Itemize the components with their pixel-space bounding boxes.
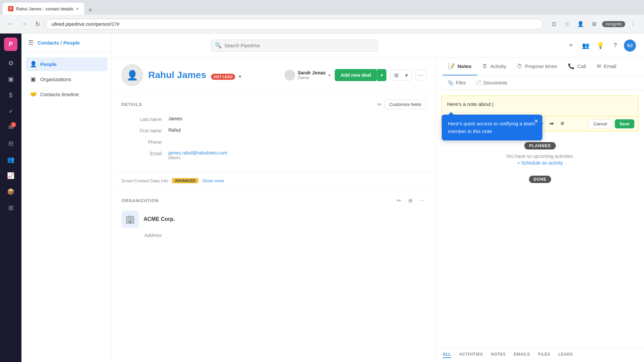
strip-icon-products[interactable]: 📦 [4, 185, 17, 198]
more-options-button[interactable]: ··· [416, 70, 426, 80]
people-top-icon[interactable]: 👥 [580, 40, 592, 52]
menu-button[interactable]: ⋮ [628, 19, 639, 29]
tab-documents[interactable]: 📄 Documents [471, 76, 512, 90]
smart-contact-label: Smart Contact Data Info [121, 178, 168, 183]
org-icon: 🏢 [121, 210, 139, 228]
email-value[interactable]: james.rahul@rahulneto.com [168, 150, 227, 156]
help-icon[interactable]: ? [609, 40, 621, 52]
strip-icon-mail[interactable]: ✉ 3 [4, 121, 17, 134]
no-activity-text: You have no upcoming activities. [443, 154, 637, 159]
edit-icon[interactable]: ✏ [377, 101, 382, 108]
refresh-button[interactable]: ↻ [32, 19, 43, 29]
cast-icon[interactable]: ⊡ [548, 19, 559, 29]
tab-call[interactable]: 📞 Call [562, 58, 591, 75]
back-button[interactable]: ← [5, 19, 16, 29]
user-avatar[interactable]: SJ [624, 40, 636, 52]
owner-avatar [284, 70, 295, 80]
profile-icon[interactable]: 👤 [575, 19, 586, 29]
org-item: 🏢 ACME Corp. [121, 210, 426, 228]
address-bar[interactable]: uifeed.pipedrive.com/person/17# [46, 19, 543, 29]
tab-close-button[interactable]: × [76, 6, 79, 11]
bottom-tab-all[interactable]: ALL [443, 352, 451, 358]
bottom-tab-files[interactable]: FILES [538, 352, 550, 358]
add-deal-dropdown-button[interactable]: ▾ [377, 69, 386, 81]
bottom-tab-leads[interactable]: LEADS [558, 352, 573, 358]
files-tab-icon: 📎 [447, 80, 454, 86]
details-panel: DETAILS ✏ Customize fields Last name Jam… [112, 93, 436, 172]
tab-propose-times[interactable]: ⏱ Propose times [512, 58, 562, 75]
strip-icon-reports[interactable]: 📈 [4, 169, 17, 182]
app-logo[interactable]: P [4, 38, 17, 51]
sidebar-item-people[interactable]: 👤 People [25, 57, 108, 71]
bottom-tab-activities[interactable]: ACTIVITIES [459, 352, 483, 358]
customize-fields-button[interactable]: Customize fields [384, 100, 426, 109]
owner-name: Sarah Jonas [298, 70, 326, 75]
strip-icon-apps[interactable]: ⊞ [4, 201, 17, 215]
tooltip-close-button[interactable]: ✕ [534, 118, 538, 124]
search-bar[interactable]: 🔍 [211, 40, 378, 52]
owner-dropdown-icon[interactable]: ▾ [328, 73, 331, 78]
view-toggle: ⊞ ▾ [390, 70, 412, 81]
bottom-tab-notes[interactable]: NOTES [491, 352, 506, 358]
org-edit-button[interactable]: ✏ [394, 196, 404, 205]
forward-button[interactable]: → [19, 19, 30, 29]
strip-icon-activity[interactable]: ✓ [4, 105, 17, 118]
contact-name-area: Rahul James HOT LEAD ▾ [148, 70, 279, 80]
owner-label: Owner [298, 75, 326, 80]
address-label: Address [121, 232, 168, 238]
clear-format-button[interactable]: ✕ [557, 119, 567, 128]
top-bar-icons: + 👥 💡 ? SJ [565, 40, 636, 52]
strip-icon-deals[interactable]: ▣ [4, 72, 17, 86]
bottom-tab-emails[interactable]: EMAILS [514, 352, 530, 358]
done-badge: DONE [529, 176, 551, 183]
active-tab[interactable]: P Rahul James - contact details × [3, 3, 84, 15]
org-section-header: ORGANIZATION ✏ ⊕ ··· [121, 196, 426, 205]
first-name-value: Rahul [168, 127, 426, 133]
last-name-label: Last name [121, 116, 168, 122]
tab-files[interactable]: 📎 Files [443, 76, 471, 90]
schedule-activity-link[interactable]: + Schedule an activity [443, 160, 637, 166]
lightbulb-icon[interactable]: 💡 [594, 40, 606, 52]
show-more-link[interactable]: Show more [202, 178, 224, 183]
dropdown-icon[interactable]: ▾ [239, 74, 241, 79]
add-deal-button[interactable]: Add new deal [335, 69, 377, 81]
grid-view-button[interactable]: ⊞ [391, 70, 402, 80]
sidebar-item-contacts-timeline[interactable]: 🤝 Contacts timeline [25, 87, 108, 101]
tab-notes[interactable]: 📝 Notes [443, 58, 477, 75]
content-area: 👤 Rahul James HOT LEAD ▾ Sarah Jonas Own… [112, 58, 644, 362]
bookmark-icon[interactable]: ☆ [562, 19, 573, 29]
list-view-dropdown[interactable]: ▾ [402, 70, 411, 80]
note-editor: Here's a note about | ✕ Here's quick acc… [441, 96, 639, 131]
indent-right-button[interactable]: ➡ [547, 119, 556, 128]
hamburger-icon[interactable]: ☰ [28, 39, 34, 46]
tab-activity[interactable]: 🗓 Activity [477, 58, 512, 75]
activity-tab-icon: 🗓 [482, 63, 488, 69]
strip-icon-home[interactable]: ⊙ [4, 56, 17, 70]
address-field: Address [121, 232, 426, 238]
cancel-button[interactable]: Cancel [588, 119, 612, 128]
strip-icon-money[interactable]: $ [4, 88, 17, 102]
tab-title: Rahul James - contact details [16, 6, 73, 11]
mail-badge: 3 [11, 122, 16, 127]
add-button[interactable]: + [565, 40, 577, 52]
tooltip-text: Here's quick access to notifying a team … [448, 121, 535, 134]
extensions-icon[interactable]: ⊞ [589, 19, 599, 29]
sidebar-item-organizations[interactable]: ▣ Organizations [25, 72, 108, 86]
owner-area: Sarah Jonas Owner ▾ [284, 70, 331, 80]
search-input[interactable] [224, 43, 374, 48]
save-button[interactable]: Save [615, 119, 634, 128]
breadcrumb: Contacts / People [38, 40, 80, 46]
note-input[interactable]: Here's a note about | [442, 96, 638, 116]
new-tab-button[interactable]: + [86, 5, 95, 15]
org-expand-button[interactable]: ⊕ [406, 196, 415, 205]
phone-label: Phone [121, 139, 168, 145]
strip-icon-contacts[interactable]: 👥 [4, 153, 17, 166]
advanced-badge: ADVANCED [172, 178, 198, 183]
strip-icon-calendar[interactable]: ⊟ [4, 137, 17, 150]
org-title: ORGANIZATION [121, 198, 394, 203]
org-more-button[interactable]: ··· [417, 196, 426, 205]
contact-name: Rahul James [148, 70, 206, 80]
nav-items-list: 👤 People ▣ Organizations 🤝 Contacts time… [21, 52, 112, 107]
note-actions: Cancel Save [588, 119, 634, 128]
tab-email[interactable]: ✉ Email [591, 58, 622, 75]
